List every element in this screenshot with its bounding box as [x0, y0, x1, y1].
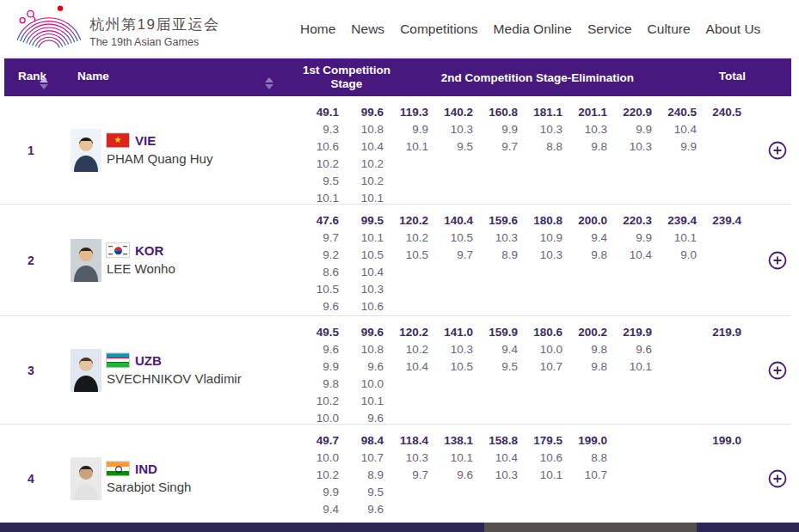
nav-item-competitions[interactable]: Competitions [400, 21, 477, 37]
shot-values-line: 10.610.410.19.59.78.89.810.39.9 [294, 138, 741, 156]
shot-values-line: 9.210.510.59.78.910.39.810.49.0 [294, 247, 741, 264]
score-value: 220.3 [607, 212, 652, 229]
name-sort-control[interactable] [264, 77, 274, 89]
expand-row-button[interactable] [767, 140, 788, 161]
shot-values-line: 9.310.89.910.39.910.310.39.910.4 [294, 121, 741, 138]
fan-logo-icon [12, 3, 84, 54]
score-value: 10.5 [294, 281, 339, 298]
rank-value: 1 [0, 144, 62, 157]
score-value: 10.4 [652, 121, 697, 138]
score-value: 9.8 [562, 358, 607, 376]
country-flag-icon [107, 462, 129, 475]
score-value: 201.1 [562, 104, 607, 121]
athlete-photo-image [71, 457, 101, 500]
athlete-identity: IND Sarabjot Singh [107, 462, 191, 494]
score-value: 219.9 [607, 324, 652, 341]
nav-item-about-us[interactable]: About Us [706, 21, 761, 37]
result-row: 3 UZB SVECHNIKOV Vladimir 49.599.6120.21… [0, 316, 791, 425]
expand-row-button[interactable] [767, 250, 788, 271]
expand-row-button[interactable] [767, 360, 788, 381]
score-value: 49.1 [294, 104, 339, 121]
athlete-photo-image [71, 349, 101, 392]
score-value: 140.2 [428, 104, 473, 121]
column-header-stage2: 2nd Competition Stage-Elimination [404, 71, 671, 84]
nav-item-news[interactable]: News [351, 21, 384, 37]
sort-up-icon [265, 77, 274, 83]
score-value: 10.7 [339, 449, 384, 467]
score-value: 10.3 [339, 281, 384, 298]
noc-code: KOR [135, 243, 163, 258]
score-value: 10.2 [384, 341, 428, 358]
sun-dot-icon [58, 5, 63, 10]
score-grid: 47.699.5120.2140.4159.6180.8200.0220.323… [294, 212, 741, 315]
column-header-name: Name [77, 70, 109, 83]
score-value: 10.1 [607, 358, 652, 376]
asian-games-logo[interactable]: 杭州第19届亚运会 The 19th Asian Games [12, 3, 219, 54]
score-value: 10.0 [518, 341, 562, 358]
score-value: 9.6 [607, 341, 652, 358]
score-value: 10.2 [294, 467, 339, 484]
site-header: 杭州第19届亚运会 The 19th Asian Games HomeNewsC… [0, 0, 799, 58]
shot-values-line: 9.710.110.210.510.310.99.49.910.1 [294, 229, 741, 247]
noc-code: UZB [135, 353, 162, 368]
score-value: 8.6 [294, 264, 339, 281]
athlete-name: LEE Wonho [107, 261, 175, 276]
score-grid: 49.199.6119.3140.2160.8181.1201.1220.924… [294, 104, 741, 207]
score-value: 9.9 [607, 121, 652, 138]
shot-values-line: 8.610.4 [294, 264, 741, 281]
country-flag-icon [107, 243, 129, 257]
score-value: 9.2 [294, 247, 339, 264]
score-value: 240.5 [652, 104, 697, 121]
score-value: 10.4 [339, 264, 384, 281]
athlete-identity: KOR LEE Wonho [107, 243, 175, 276]
score-value: 10.6 [294, 138, 339, 156]
score-value: 8.9 [473, 247, 518, 264]
score-value: 10.3 [607, 138, 652, 156]
score-value: 10.0 [294, 449, 339, 467]
score-value: 10.0 [339, 376, 384, 393]
score-value: 99.6 [339, 324, 384, 341]
score-value: 9.8 [294, 376, 339, 393]
score-value: 9.4 [562, 229, 607, 247]
score-grid: 49.798.4118.4138.1158.8179.5199.0199.010… [294, 432, 741, 532]
score-value: 10.2 [384, 229, 428, 247]
athlete-photo [71, 457, 101, 500]
score-value: 120.2 [384, 212, 428, 229]
nav-item-media-online[interactable]: Media Online [494, 21, 572, 37]
rank-sort-control[interactable] [39, 77, 49, 89]
series-sums-line: 47.699.5120.2140.4159.6180.8200.0220.323… [294, 212, 741, 229]
score-grid: 49.599.6120.2141.0159.9180.6200.2219.921… [294, 324, 741, 427]
score-value: 9.5 [473, 358, 518, 376]
shot-values-line: 9.99.610.410.59.510.79.810.1 [294, 358, 741, 376]
nav-item-culture[interactable]: Culture [648, 21, 691, 37]
total-value: 219.9 [697, 324, 741, 341]
score-value: 10.5 [384, 247, 428, 264]
score-value: 9.6 [428, 467, 473, 484]
nav-item-service[interactable]: Service [587, 21, 632, 37]
score-value: 10.3 [428, 341, 473, 358]
score-value: 9.6 [339, 358, 384, 376]
score-value: 9.4 [473, 341, 518, 358]
score-value: 9.4 [294, 501, 339, 518]
plus-circle-icon [767, 468, 788, 489]
nav-item-home[interactable]: Home [300, 21, 335, 37]
athlete-photo-image [71, 239, 101, 282]
score-value: 9.9 [384, 121, 428, 138]
score-value: 9.5 [428, 138, 473, 156]
score-value: 9.9 [473, 121, 518, 138]
score-value: 10.1 [652, 229, 697, 247]
score-value: 10.3 [562, 121, 607, 138]
score-value: 180.6 [518, 324, 562, 341]
noc-line: UZB [107, 353, 242, 368]
score-value: 10.4 [339, 138, 384, 156]
score-value: 10.3 [384, 449, 428, 467]
score-value: 10.1 [518, 467, 562, 484]
score-value: 9.8 [562, 341, 607, 358]
score-value: 10.5 [339, 247, 384, 264]
score-value: 159.9 [473, 324, 518, 341]
score-value: 9.7 [473, 138, 518, 156]
score-value: 199.0 [562, 432, 607, 449]
score-value: 10.5 [428, 358, 473, 376]
expand-row-button[interactable] [767, 468, 788, 489]
shot-values-line: 10.510.3 [294, 281, 741, 298]
